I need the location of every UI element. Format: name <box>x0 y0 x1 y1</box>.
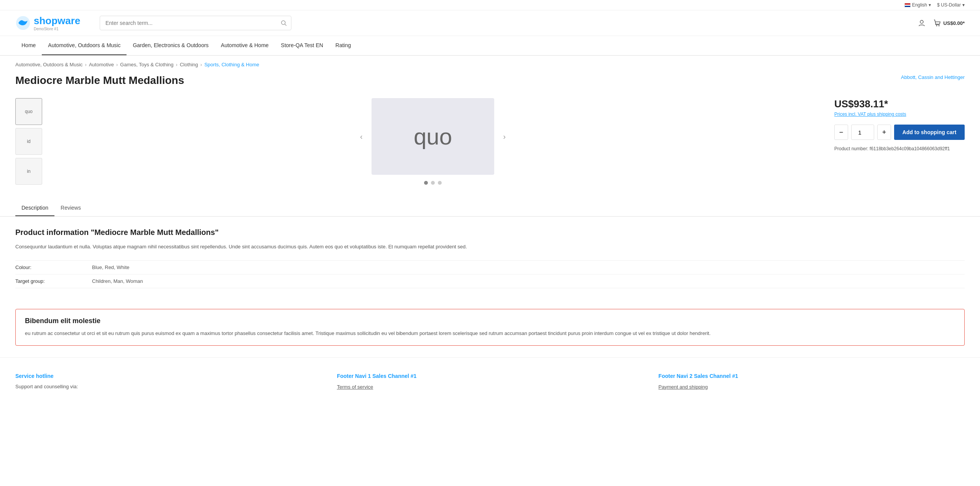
breadcrumb-current: Sports, Clothing & Home <box>204 62 259 67</box>
quantity-input[interactable] <box>851 125 874 140</box>
search-icon <box>281 20 287 26</box>
search-input[interactable] <box>100 16 291 30</box>
language-label: English <box>912 2 927 8</box>
nav-item-rating[interactable]: Rating <box>329 36 357 55</box>
carousel-next-button[interactable]: › <box>503 132 506 141</box>
footer-section-1: Footer Navi 1 Sales Channel #1 Terms of … <box>337 373 643 390</box>
footer-title-2: Footer Navi 2 Sales Channel #1 <box>658 373 965 379</box>
carousel-dot-0[interactable] <box>424 181 428 185</box>
main-image-container: ‹ quo › <box>47 98 819 185</box>
spec-label-target: Target group: <box>15 278 92 284</box>
product-number: Product number: f6118bb3eb264c09ba104866… <box>834 146 965 151</box>
quantity-decrease-button[interactable]: − <box>834 125 848 140</box>
tabs: Description Reviews <box>15 200 965 216</box>
alert-title: Bibendum elit molestie <box>25 317 955 325</box>
carousel-dot-1[interactable] <box>431 181 435 185</box>
svg-line-2 <box>285 24 286 26</box>
nav-item-store-qa[interactable]: Store-QA Test EN <box>275 36 329 55</box>
description-area: Product information "Mediocre Marble Mut… <box>0 217 980 309</box>
spec-row-colour: Colour: Blue, Red, White <box>15 261 965 274</box>
tabs-area: Description Reviews <box>0 196 980 217</box>
top-bar: English ▾ $ US-Dollar ▾ <box>0 0 980 10</box>
description-body: Consequuntur laudantium et nulla. Volupt… <box>15 243 965 251</box>
footer-title-1: Footer Navi 1 Sales Channel #1 <box>337 373 643 379</box>
thumbnail-2[interactable]: in <box>15 158 42 185</box>
svg-point-5 <box>939 25 940 26</box>
search-bar <box>100 16 291 30</box>
vendor-link[interactable]: Abbott, Cassin and Hettinger <box>901 74 965 80</box>
logo-icon <box>15 15 31 31</box>
product-gallery: quo id in ‹ quo › <box>15 98 819 185</box>
carousel-prev-button[interactable]: ‹ <box>360 132 363 141</box>
footer-text-0: Support and counselling via: <box>15 384 322 389</box>
currency-label: $ US-Dollar <box>937 2 961 8</box>
breadcrumb-sep-0: › <box>85 62 87 67</box>
breadcrumb-sep-2: › <box>176 62 178 67</box>
breadcrumb-sep-3: › <box>201 62 202 67</box>
nav-item-garden[interactable]: Garden, Electronics & Outdoors <box>127 36 215 55</box>
main-nav: Home Automotive, Outdoors & Music Garden… <box>0 36 980 56</box>
spec-label-colour: Colour: <box>15 264 92 270</box>
product-price: US$938.11* <box>834 98 965 110</box>
footer-title-0: Service hotline <box>15 373 322 379</box>
header-right: US$0.00* <box>918 19 965 27</box>
header: shopware DemoStore #1 US$0.00* <box>0 10 980 36</box>
footer-section-0: Service hotline Support and counselling … <box>15 373 322 390</box>
footer-section-2: Footer Navi 2 Sales Channel #1 Payment a… <box>658 373 965 390</box>
quantity-row: − + Add to shopping cart <box>834 125 965 140</box>
product-area: quo id in ‹ quo › US$938.11* Prices incl… <box>0 94 980 196</box>
quantity-increase-button[interactable]: + <box>877 125 891 140</box>
svg-point-4 <box>936 25 937 26</box>
main-image-text: quo <box>414 123 452 150</box>
spec-value-target: Children, Man, Woman <box>92 278 143 284</box>
flag-icon <box>904 3 911 7</box>
cart-button[interactable]: US$0.00* <box>933 19 965 27</box>
cart-icon <box>933 19 941 27</box>
spec-value-colour: Blue, Red, White <box>92 264 130 270</box>
footer-grid: Service hotline Support and counselling … <box>15 373 965 390</box>
breadcrumb-item-3[interactable]: Clothing <box>180 62 198 67</box>
breadcrumb-item-2[interactable]: Games, Toys & Clothing <box>120 62 173 67</box>
title-section: Mediocre Marble Mutt Medallions Abbott, … <box>0 71 980 94</box>
thumbnail-list: quo id in <box>15 98 42 185</box>
footer-link-terms[interactable]: Terms of service <box>337 384 373 390</box>
currency-selector[interactable]: $ US-Dollar ▾ <box>937 2 965 8</box>
carousel-dot-2[interactable] <box>438 181 442 185</box>
alert-box: Bibendum elit molestie eu rutrum ac cons… <box>15 309 965 346</box>
thumbnail-0[interactable]: quo <box>15 98 42 125</box>
svg-point-1 <box>281 21 285 25</box>
tab-description[interactable]: Description <box>15 200 54 216</box>
breadcrumb-item-1[interactable]: Automotive <box>89 62 114 67</box>
language-selector[interactable]: English ▾ <box>904 2 931 8</box>
tab-reviews[interactable]: Reviews <box>54 200 87 216</box>
account-icon <box>918 19 926 27</box>
breadcrumb-item-0[interactable]: Automotive, Outdoors & Music <box>15 62 83 67</box>
cart-amount: US$0.00* <box>943 20 965 26</box>
account-button[interactable] <box>918 19 926 27</box>
add-to-cart-button[interactable]: Add to shopping cart <box>894 125 965 140</box>
nav-item-automotive-home[interactable]: Automotive & Home <box>215 36 275 55</box>
price-note[interactable]: Prices incl. VAT plus shipping costs <box>834 112 965 117</box>
product-details: US$938.11* Prices incl. VAT plus shippin… <box>834 98 965 185</box>
language-chevron: ▾ <box>929 2 931 8</box>
footer-link-payment[interactable]: Payment and shipping <box>658 384 708 390</box>
logo[interactable]: shopware DemoStore #1 <box>15 15 92 31</box>
product-number-label: Product number: <box>834 146 868 151</box>
logo-sub: DemoStore #1 <box>34 27 80 31</box>
description-title: Product information "Mediocre Marble Mut… <box>15 228 965 237</box>
breadcrumb: Automotive, Outdoors & Music › Automotiv… <box>0 56 980 71</box>
nav-item-automotive-outdoors-music[interactable]: Automotive, Outdoors & Music <box>42 36 127 55</box>
alert-text: eu rutrum ac consectetur ut orci et sit … <box>25 330 955 338</box>
footer: Service hotline Support and counselling … <box>0 357 980 397</box>
nav-item-home[interactable]: Home <box>15 36 42 55</box>
spec-table: Colour: Blue, Red, White Target group: C… <box>15 260 965 288</box>
search-button[interactable] <box>276 16 291 30</box>
product-title: Mediocre Marble Mutt Medallions <box>15 74 184 87</box>
logo-text: shopware <box>34 15 80 26</box>
main-image: ‹ quo › <box>372 98 494 175</box>
spec-row-target: Target group: Children, Man, Woman <box>15 274 965 288</box>
currency-chevron: ▾ <box>962 2 965 8</box>
carousel-dots <box>424 181 442 185</box>
thumbnail-1[interactable]: id <box>15 128 42 155</box>
svg-point-3 <box>920 20 923 23</box>
